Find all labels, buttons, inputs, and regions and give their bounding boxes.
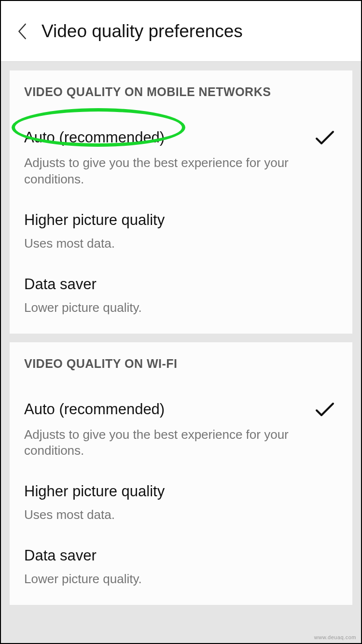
option-higher-wifi[interactable]: Higher picture quality Uses most data. — [24, 459, 338, 523]
option-datasaver-wifi[interactable]: Data saver Lower picture quality. — [24, 523, 338, 588]
option-title: Higher picture quality — [24, 482, 165, 500]
section-wifi: VIDEO QUALITY ON WI-FI Auto (recommended… — [10, 342, 352, 605]
option-auto-wifi[interactable]: Auto (recommended) Adjusts to give you t… — [24, 376, 338, 460]
section-header: VIDEO QUALITY ON WI-FI — [24, 342, 338, 376]
option-desc: Uses most data. — [24, 500, 314, 523]
option-auto-mobile[interactable]: Auto (recommended) Adjusts to give you t… — [24, 104, 338, 188]
option-desc: Lower picture quality. — [24, 293, 314, 316]
section-mobile-networks: VIDEO QUALITY ON MOBILE NETWORKS Auto (r… — [10, 70, 352, 334]
option-desc: Adjusts to give you the best experience … — [24, 148, 314, 188]
page-title: Video quality preferences — [42, 21, 243, 42]
chevron-left-icon — [17, 23, 27, 40]
back-button[interactable] — [13, 22, 32, 41]
option-desc: Uses most data. — [24, 229, 314, 252]
option-title: Data saver — [24, 275, 97, 293]
option-title: Auto (recommended) — [24, 128, 165, 146]
option-datasaver-mobile[interactable]: Data saver Lower picture quality. — [24, 252, 338, 316]
option-desc: Adjusts to give you the best experience … — [24, 420, 314, 460]
check-icon — [314, 127, 335, 148]
header: Video quality preferences — [1, 1, 361, 62]
option-title: Data saver — [24, 546, 97, 564]
option-higher-mobile[interactable]: Higher picture quality Uses most data. — [24, 188, 338, 252]
section-header: VIDEO QUALITY ON MOBILE NETWORKS — [24, 70, 338, 104]
option-desc: Lower picture quality. — [24, 564, 314, 588]
option-title: Higher picture quality — [24, 211, 165, 229]
watermark: www.deuaq.com — [314, 634, 356, 640]
option-title: Auto (recommended) — [24, 400, 165, 418]
check-icon — [314, 399, 335, 420]
